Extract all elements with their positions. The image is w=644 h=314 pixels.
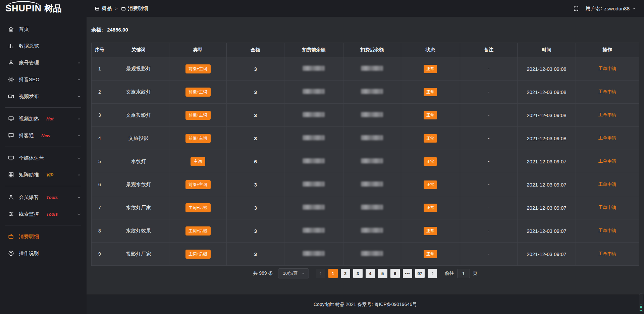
pagination: 共 969 条10条/页123456•••97前往页 [91,268,639,278]
column-header: 序号 [92,43,108,57]
balance-before-blurred [303,135,325,140]
balance-after-blurred [361,158,383,163]
column-header: 金额 [227,43,284,57]
sidebar-item-chart[interactable]: 数据总览 [0,38,87,54]
logo-text-cn: 树品 [44,4,62,13]
ticket-request-link[interactable]: 工单申请 [598,251,616,256]
balance-before-blurred [303,181,325,187]
type-badge: 主词+后缀 [185,226,211,235]
sidebar-item-user[interactable]: 账号管理 [0,54,87,71]
column-header: 扣费后余额 [343,43,401,57]
amount-cell: 3 [227,81,284,104]
footer: Copyright 树品 2021 备案号: 粤ICP备09019646号 [87,295,644,314]
scrollbar-widget[interactable] [639,293,643,312]
chevron-down-icon [77,117,81,121]
ticket-request-link[interactable]: 工单申请 [598,182,616,187]
sidebar-item-label: 矩阵助推 [19,172,39,178]
row-index: 1 [92,57,108,81]
page-button-97[interactable]: 97 [415,269,425,278]
page-button-6[interactable]: 6 [390,269,400,278]
row-index: 5 [92,150,108,173]
ticket-request-link[interactable]: 工单申请 [598,205,616,210]
ticket-request-link[interactable]: 工单申请 [598,159,616,164]
sidebar-item-badge: Tools [46,195,58,200]
ticket-request-link[interactable]: 工单申请 [598,112,616,117]
balance-after-blurred [361,205,383,210]
balance-before-cell [284,127,343,150]
row-index: 6 [92,173,108,196]
sidebar-item-label: 抖客通 [19,133,34,139]
column-header: 操作 [576,43,639,57]
type-cell: 主词+后缀 [169,196,226,219]
question-icon [8,250,14,256]
fullscreen-icon[interactable] [573,6,579,11]
column-header: 时间 [518,43,576,57]
next-page-button[interactable] [428,269,437,278]
pagination-total: 共 969 条 [253,270,273,276]
chevron-down-icon [77,94,81,99]
page-button-2[interactable]: 2 [341,269,350,278]
sidebar-item-comment[interactable]: 抖客通New [0,127,87,144]
sidebar-item-sliders[interactable]: 线索监控Tools [0,206,87,222]
chevron-down-icon [77,134,81,138]
page-size-select[interactable]: 10条/页 [278,268,309,278]
prev-page-button[interactable] [316,269,325,278]
chevron-down-icon [632,6,636,11]
topbar-right: 用户名: zswodun88 [573,5,636,12]
sidebar-item-home[interactable]: 首页 [0,21,87,38]
sidebar-item-video[interactable]: 视频发布 [0,88,87,105]
ticket-request-link[interactable]: 工单申请 [598,66,616,71]
keyword-cell: 景观水纹灯 [108,173,169,196]
breadcrumb-item[interactable]: 树品 [95,5,112,12]
app-logo[interactable]: SHUPIN 树品 [0,0,87,17]
page-button-5[interactable]: 5 [378,269,387,278]
sidebar-item-wallet[interactable]: 消费明细 [0,228,87,245]
keyword-cell: 水纹灯厂家 [108,196,169,219]
time-cell: 2021-12-03 09:07 [518,150,576,173]
action-cell: 工单申请 [576,150,639,173]
user-menu[interactable]: 用户名: zswodun88 [586,5,636,12]
goto-page-input[interactable] [457,269,470,278]
scrollbar-stripes [640,305,642,311]
chevron-down-icon [77,61,81,65]
ticket-request-link[interactable]: 工单申请 [598,89,616,94]
chevron-down-icon [301,271,305,275]
type-cell: 前缀+主词 [169,127,226,150]
amount-cell: 3 [227,243,284,266]
status-badge: 正常 [424,134,437,143]
balance-after-cell [343,150,401,173]
sidebar-item-user2[interactable]: 会员爆客Tools [0,189,87,206]
chevron-down-icon [77,77,81,82]
column-header: 扣费前余额 [284,43,343,57]
row-index: 3 [92,104,108,127]
balance-before-cell [284,150,343,173]
ticket-request-link[interactable]: 工单申请 [598,228,616,233]
sidebar-item-gear[interactable]: 抖音SEO [0,71,87,88]
balance-after-blurred [361,135,383,140]
page-ellipsis-button[interactable]: ••• [403,269,412,278]
sidebar-item-monitor[interactable]: 全媒体运营 [0,150,87,166]
breadcrumb-item[interactable]: 消费明细 [121,5,148,12]
type-badge: 前缀+主词 [185,64,211,73]
status-badge: 正常 [424,157,437,166]
sidebar-item-question[interactable]: 操作说明 [0,245,87,262]
sidebar-item-grid[interactable]: 矩阵助推VIP [0,166,87,183]
copyright-text: Copyright 树品 2021 备案号: 粤ICP备09019646号 [314,302,417,308]
main-area: 树品>消费明细 用户名: zswodun88 余额: 24856.00 序号关键… [87,0,644,314]
chevron-down-icon [77,212,81,216]
status-badge: 正常 [424,65,437,73]
balance-after-cell [343,173,401,196]
action-cell: 工单申请 [576,196,639,219]
balance-after-cell [343,127,401,150]
sidebar-item-screen[interactable]: 视频加热Hot [0,110,87,127]
sidebar-item-label: 账号管理 [19,60,39,66]
balance-before-cell [284,219,343,243]
ticket-request-link[interactable]: 工单申请 [598,136,616,141]
page-button-3[interactable]: 3 [353,269,363,278]
time-cell: 2021-12-03 09:08 [518,81,576,104]
sidebar-item-label: 线索监控 [19,211,39,217]
page-button-1[interactable]: 1 [328,269,338,278]
amount-cell: 3 [227,173,284,196]
page-button-4[interactable]: 4 [366,269,375,278]
row-index: 7 [92,196,108,219]
